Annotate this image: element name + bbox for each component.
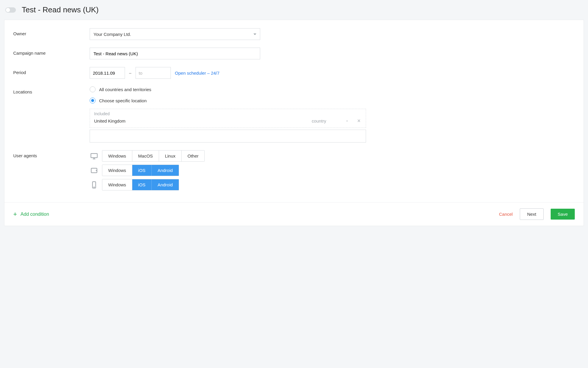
ua-option-other[interactable]: Other — [182, 150, 205, 161]
ua-button-group: WindowsiOSAndroid — [102, 179, 179, 190]
svg-rect-0 — [91, 153, 97, 158]
campaign-name-input[interactable] — [90, 48, 260, 59]
add-condition-button[interactable]: + Add condition — [13, 211, 49, 218]
ua-option-android[interactable]: Android — [152, 179, 179, 190]
included-location-item: United Kingdom country - × — [94, 118, 362, 124]
open-scheduler-link[interactable]: Open scheduler – 24/7 — [175, 71, 220, 76]
ua-option-windows[interactable]: Windows — [102, 150, 132, 161]
user-agents-label: User agents — [13, 150, 90, 158]
locations-label: Locations — [13, 86, 90, 94]
locations-all-radio[interactable]: All countries and territories — [90, 86, 366, 92]
add-condition-label: Add condition — [21, 212, 49, 217]
plus-icon: + — [13, 211, 17, 218]
owner-select[interactable]: Your Company Ltd. — [90, 28, 260, 40]
included-locations-box: Included United Kingdom country - × — [90, 109, 366, 128]
included-location-type: country — [312, 118, 326, 123]
svg-point-4 — [96, 170, 96, 170]
owner-label: Owner — [13, 28, 90, 36]
location-search-input[interactable] — [90, 130, 366, 143]
period-dash: – — [129, 71, 131, 75]
ua-option-windows[interactable]: Windows — [102, 165, 132, 176]
ua-row-desktop: WindowsMacOSLinuxOther — [90, 150, 575, 162]
next-button[interactable]: Next — [520, 208, 544, 220]
svg-point-6 — [94, 187, 94, 187]
included-title: Included — [94, 111, 362, 116]
page-header: Test - Read news (UK) — [0, 0, 588, 20]
ua-option-windows[interactable]: Windows — [102, 179, 132, 190]
ua-button-group: WindowsMacOSLinuxOther — [102, 150, 205, 162]
campaign-form-panel: Owner Your Company Ltd. Campaign name Pe… — [4, 20, 584, 226]
campaign-enable-toggle[interactable] — [5, 7, 16, 13]
period-from-input[interactable] — [90, 67, 125, 79]
period-label: Period — [13, 67, 90, 75]
chevron-down-icon — [253, 34, 256, 35]
ua-option-ios[interactable]: iOS — [132, 165, 152, 176]
ua-option-android[interactable]: Android — [152, 165, 179, 176]
mobile-icon — [90, 181, 98, 189]
ua-option-linux[interactable]: Linux — [159, 150, 182, 161]
location-remove-button[interactable]: × — [356, 118, 362, 124]
locations-all-label: All countries and territories — [99, 87, 151, 92]
cancel-button[interactable]: Cancel — [499, 212, 513, 217]
desktop-icon — [90, 152, 98, 160]
ua-option-ios[interactable]: iOS — [132, 179, 152, 190]
ua-row-mobile: WindowsiOSAndroid — [90, 179, 575, 190]
radio-icon — [90, 98, 96, 103]
included-location-name: United Kingdom — [94, 118, 306, 123]
ua-button-group: WindowsiOSAndroid — [102, 165, 179, 176]
page-title: Test - Read news (UK) — [22, 5, 99, 14]
radio-icon — [90, 86, 96, 92]
ua-option-macos[interactable]: MacOS — [132, 150, 159, 161]
campaign-name-label: Campaign name — [13, 48, 90, 56]
tablet-icon — [90, 167, 98, 174]
ua-row-tablet: WindowsiOSAndroid — [90, 165, 575, 176]
locations-specific-label: Choose specific location — [99, 98, 147, 103]
owner-select-value: Your Company Ltd. — [93, 32, 131, 37]
period-to-input[interactable] — [136, 67, 171, 79]
save-button[interactable]: Save — [551, 209, 575, 220]
location-exclude-toggle[interactable]: - — [344, 118, 350, 124]
locations-specific-radio[interactable]: Choose specific location — [90, 98, 366, 103]
